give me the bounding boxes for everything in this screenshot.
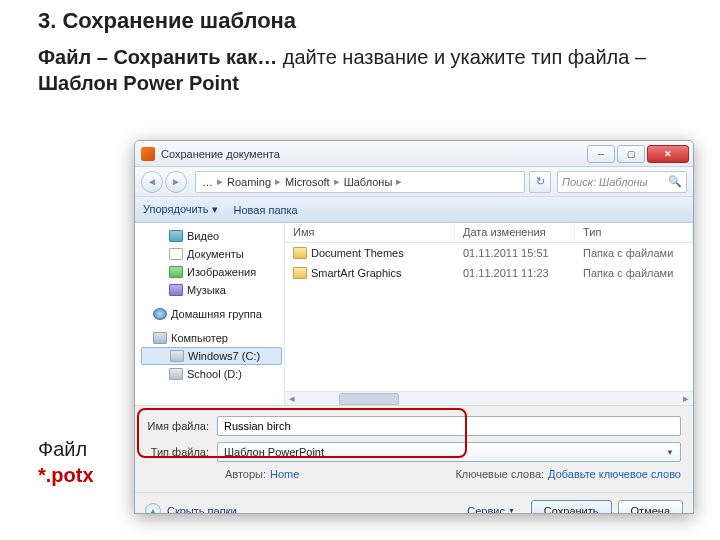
tree-item-label: Видео [187, 230, 219, 242]
file-type: Папка с файлами [583, 267, 673, 279]
file-type: Папка с файлами [583, 247, 673, 259]
filename-input[interactable] [217, 416, 681, 436]
tree-item-label: Домашняя группа [171, 308, 262, 320]
save-button[interactable]: Сохранить [531, 500, 612, 515]
cancel-button[interactable]: Отмена [618, 500, 683, 515]
nav-back-button[interactable]: ◄ [141, 171, 163, 193]
folder-icon [293, 267, 307, 279]
tree-item-label: Windows7 (C:) [188, 350, 260, 362]
new-folder-button[interactable]: Новая папка [234, 204, 298, 216]
file-list[interactable]: Имя Дата изменения Тип Document Themes01… [285, 223, 693, 405]
file-row[interactable]: SmartArt Graphics01.11.2011 11:23Папка с… [285, 263, 693, 283]
refresh-button[interactable]: ↻ [529, 171, 551, 193]
net-icon [153, 308, 167, 320]
navbar: ◄ ► … ▸ Roaming ▸ Microsoft ▸ Шаблоны ▸ … [135, 167, 693, 197]
section-heading: 3. Сохранение шаблона [38, 8, 720, 34]
tree-item-label: Музыка [187, 284, 226, 296]
tree-item[interactable]: Компьютер [141, 329, 282, 347]
breadcrumb[interactable]: … ▸ Roaming ▸ Microsoft ▸ Шаблоны ▸ [195, 171, 525, 193]
dialog-title: Сохранение документа [161, 148, 280, 160]
tree-item[interactable]: Музыка [141, 281, 282, 299]
close-button[interactable]: ✕ [647, 145, 689, 163]
save-dialog: Сохранение документа ─ ▢ ✕ ◄ ► … ▸ Roami… [134, 140, 694, 514]
authors-label: Авторы: [225, 468, 266, 480]
drv-icon [170, 350, 184, 362]
filename-label: Имя файла: [147, 420, 217, 432]
doc-icon [169, 248, 183, 260]
pc-icon [153, 332, 167, 344]
authors-value[interactable]: Home [270, 468, 299, 480]
filetype-combo[interactable]: Шаблон PowerPoint▼ [217, 442, 681, 462]
tree-item[interactable]: Документы [141, 245, 282, 263]
toolbar: Упорядочить ▾ Новая папка [135, 197, 693, 223]
file-row[interactable]: Document Themes01.11.2011 15:51Папка с ф… [285, 243, 693, 263]
folder-icon [293, 247, 307, 259]
minimize-button[interactable]: ─ [587, 145, 615, 163]
file-date: 01.11.2011 15:51 [463, 247, 583, 259]
tree-item[interactable]: Видео [141, 227, 282, 245]
tree-item-label: Документы [187, 248, 244, 260]
file-extension: *.potx [38, 464, 94, 487]
app-icon [141, 147, 155, 161]
tree-item-label: Изображения [187, 266, 256, 278]
tree-item[interactable]: Изображения [141, 263, 282, 281]
maximize-button[interactable]: ▢ [617, 145, 645, 163]
horizontal-scrollbar[interactable]: ◂▸ [285, 391, 693, 405]
nav-forward-button[interactable]: ► [165, 171, 187, 193]
organize-menu[interactable]: Упорядочить ▾ [143, 203, 218, 216]
file-list-header[interactable]: Имя Дата изменения Тип [285, 223, 693, 243]
collapse-icon[interactable]: ▲ [145, 503, 161, 515]
folder-tree[interactable]: ВидеоДокументыИзображенияМузыкаДомашняя … [135, 223, 285, 405]
keywords-label: Ключевые слова: [455, 468, 544, 480]
file-label: Файл [38, 438, 87, 461]
chevron-down-icon: ▼ [666, 448, 674, 457]
tree-item[interactable]: Домашняя группа [141, 305, 282, 323]
search-icon: 🔍 [668, 175, 682, 188]
file-name: Document Themes [311, 247, 463, 259]
vid-icon [169, 230, 183, 242]
dialog-footer: ▲ Скрыть папки Сервис▼ Сохранить Отмена [135, 492, 693, 514]
tree-item-label: School (D:) [187, 368, 242, 380]
search-input[interactable]: Поиск: Шаблоны 🔍 [557, 171, 687, 193]
hide-folders-link[interactable]: Скрыть папки [167, 505, 237, 515]
tree-item[interactable]: School (D:) [141, 365, 282, 383]
img-icon [169, 266, 183, 278]
file-name: SmartArt Graphics [311, 267, 463, 279]
keywords-value[interactable]: Добавьте ключевое слово [548, 468, 681, 480]
service-menu[interactable]: Сервис▼ [467, 505, 515, 515]
filetype-label: Тип файла: [147, 446, 217, 458]
drv-icon [169, 368, 183, 380]
instruction-text: Файл – Сохранить как… дайте название и у… [38, 44, 720, 96]
tree-item-label: Компьютер [171, 332, 228, 344]
file-date: 01.11.2011 11:23 [463, 267, 583, 279]
tree-item[interactable]: Windows7 (C:) [141, 347, 282, 365]
mus-icon [169, 284, 183, 296]
titlebar: Сохранение документа ─ ▢ ✕ [135, 141, 693, 167]
